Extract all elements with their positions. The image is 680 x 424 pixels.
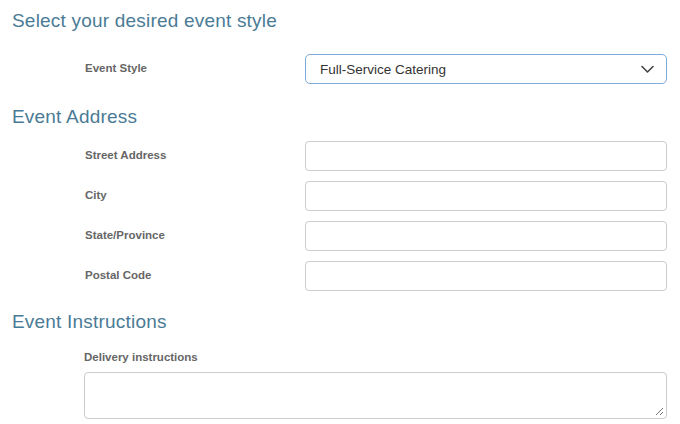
form-row-city: City [85,181,667,211]
city-label: City [85,181,305,201]
delivery-instructions-wrap [84,372,667,419]
event-style-label: Event Style [85,54,305,74]
form-row-event-style: Event Style Full-Service Catering [85,54,667,84]
event-style-selected-value: Full-Service Catering [320,62,641,77]
postal-code-input[interactable] [305,261,667,291]
street-address-label: Street Address [85,141,305,161]
postal-code-label: Postal Code [85,261,305,281]
state-province-input[interactable] [305,221,667,251]
catering-event-form: Select your desired event style Event St… [0,0,680,419]
delivery-instructions-textarea[interactable] [84,372,667,419]
event-style-select[interactable]: Full-Service Catering [305,54,667,84]
form-row-postal-code: Postal Code [85,261,667,291]
form-row-street-address: Street Address [85,141,667,171]
city-input[interactable] [305,181,667,211]
chevron-down-icon [641,65,654,74]
section-title-event-address: Event Address [12,106,667,128]
delivery-instructions-label: Delivery instructions [84,350,667,364]
state-province-label: State/Province [85,221,305,241]
form-row-state-province: State/Province [85,221,667,251]
section-title-event-instructions: Event Instructions [12,311,667,333]
section-title-event-style: Select your desired event style [12,10,667,32]
street-address-input[interactable] [305,141,667,171]
